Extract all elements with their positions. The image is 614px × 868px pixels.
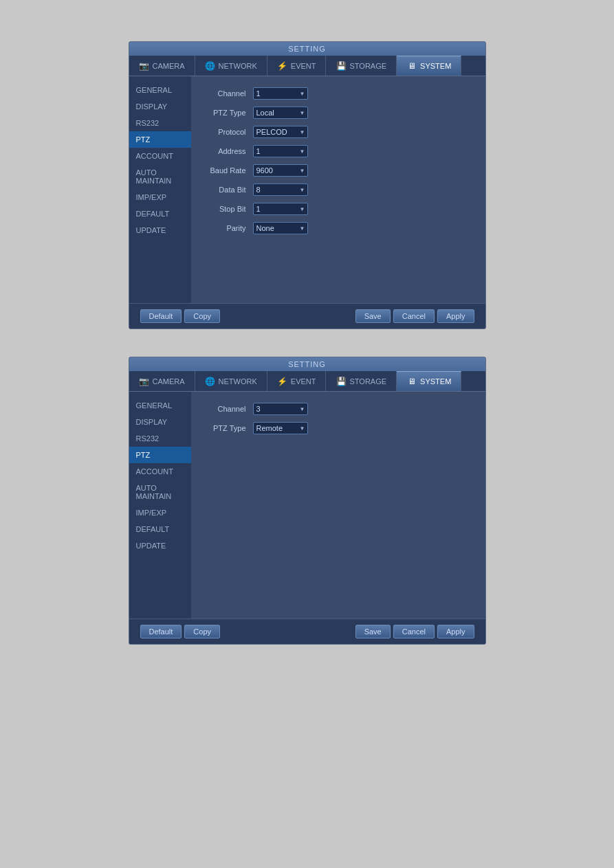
- tab-event-2[interactable]: EVENT: [267, 371, 327, 391]
- sidebar-account-2[interactable]: ACCOUNT: [129, 463, 191, 480]
- event-icon-1: [277, 60, 288, 71]
- sidebar-default-1[interactable]: DEFAULT: [129, 205, 191, 222]
- select-databit-1[interactable]: 5678: [253, 183, 308, 196]
- label-stopbit-1: Stop Bit: [205, 205, 253, 213]
- select-parity-1[interactable]: NoneOddEven: [253, 222, 308, 234]
- select-channel-1[interactable]: 1234: [253, 87, 308, 100]
- select-channel-2[interactable]: 1234: [253, 403, 308, 415]
- tab-camera-label-1: CAMERA: [153, 62, 185, 70]
- tab-storage-label-1: STORAGE: [349, 62, 386, 70]
- label-ptztype-2: PTZ Type: [205, 424, 253, 432]
- tab-network-2[interactable]: NETWORK: [195, 371, 267, 391]
- sidebar-imp-exp-2[interactable]: IMP/EXP: [129, 504, 191, 521]
- select-wrapper-stopbit-1: 12: [253, 203, 308, 215]
- tab-event-label-1: EVENT: [291, 62, 316, 70]
- cancel-button-2[interactable]: Cancel: [393, 625, 435, 638]
- camera-icon-2: [139, 376, 150, 387]
- save-button-1[interactable]: Save: [355, 309, 391, 323]
- sidebar-ptz-1[interactable]: PTZ: [129, 131, 191, 148]
- sidebar-imp-exp-1[interactable]: IMP/EXP: [129, 189, 191, 205]
- content-area-1: Channel 1234 PTZ Type LocalRemote: [191, 76, 485, 303]
- sidebar-display-1[interactable]: DISPLAY: [129, 98, 191, 115]
- select-wrapper-ptztype-2: LocalRemote: [253, 422, 308, 434]
- sidebar-auto-maintain-1[interactable]: AUTO MAINTAIN: [129, 164, 191, 189]
- form-row-baudrate-1: Baud Rate 120024004800960019200: [205, 164, 472, 177]
- select-wrapper-address-1: 123: [253, 145, 308, 157]
- label-ptztype-1: PTZ Type: [205, 109, 253, 117]
- panel-body-1: GENERAL DISPLAY RS232 PTZ ACCOUNT AUTO M…: [129, 76, 485, 303]
- apply-button-2[interactable]: Apply: [437, 625, 474, 638]
- network-icon-2: [205, 376, 216, 387]
- sidebar-display-2[interactable]: DISPLAY: [129, 414, 191, 430]
- panel1: SETTING CAMERA NETWORK EVENT STORAGE SYS…: [129, 41, 486, 329]
- sidebar-update-2[interactable]: UPDATE: [129, 537, 191, 554]
- select-protocol-1[interactable]: PELCODPELCOP: [253, 126, 308, 138]
- tab-system-label-1: SYSTEM: [420, 62, 451, 70]
- form-row-stopbit-1: Stop Bit 12: [205, 203, 472, 215]
- tab-camera-label-2: CAMERA: [153, 377, 185, 386]
- storage-icon-1: [336, 60, 347, 71]
- panel-title-2: SETTING: [129, 357, 485, 371]
- tab-storage-2[interactable]: STORAGE: [326, 371, 397, 391]
- tab-system-2[interactable]: SYSTEM: [397, 371, 461, 391]
- label-databit-1: Data Bit: [205, 186, 253, 194]
- label-protocol-1: Protocol: [205, 128, 253, 136]
- bottom-bar-2: Default Copy Save Cancel Apply: [129, 619, 485, 644]
- sidebar-update-1[interactable]: UPDATE: [129, 222, 191, 238]
- label-channel-2: Channel: [205, 405, 253, 413]
- bottom-bar-1: Default Copy Save Cancel Apply: [129, 303, 485, 329]
- default-button-1[interactable]: Default: [140, 309, 182, 323]
- label-baudrate-1: Baud Rate: [205, 166, 253, 175]
- select-baudrate-1[interactable]: 120024004800960019200: [253, 164, 308, 177]
- btn-group-right-2: Save Cancel Apply: [355, 625, 474, 638]
- form-row-ptztype-2: PTZ Type LocalRemote: [205, 422, 472, 434]
- copy-button-1[interactable]: Copy: [184, 309, 220, 323]
- cancel-button-1[interactable]: Cancel: [393, 309, 435, 323]
- tab-camera-2[interactable]: CAMERA: [129, 371, 195, 391]
- sidebar-default-2[interactable]: DEFAULT: [129, 521, 191, 537]
- form-row-address-1: Address 123: [205, 145, 472, 157]
- label-channel-1: Channel: [205, 89, 253, 98]
- select-ptztype-1[interactable]: LocalRemote: [253, 107, 308, 119]
- save-button-2[interactable]: Save: [355, 625, 391, 638]
- form-row-channel-1: Channel 1234: [205, 87, 472, 100]
- sidebar-2: GENERAL DISPLAY RS232 PTZ ACCOUNT AUTO M…: [129, 392, 191, 619]
- sidebar-ptz-2[interactable]: PTZ: [129, 447, 191, 463]
- sidebar-auto-maintain-2[interactable]: AUTO MAINTAIN: [129, 480, 191, 504]
- setting-panel-2: SETTING CAMERA NETWORK EVENT STORAGE SYS…: [129, 357, 486, 645]
- sidebar-rs232-1[interactable]: RS232: [129, 115, 191, 131]
- tab-system-1[interactable]: SYSTEM: [397, 56, 461, 76]
- event-icon-2: [277, 376, 288, 387]
- setting-panel-1: SETTING CAMERA NETWORK EVENT STORAGE SYS…: [129, 41, 486, 329]
- label-address-1: Address: [205, 147, 253, 155]
- btn-group-left-1: Default Copy: [140, 309, 221, 323]
- btn-group-left-2: Default Copy: [140, 625, 221, 638]
- tab-event-label-2: EVENT: [291, 377, 316, 386]
- select-wrapper-channel-1: 1234: [253, 87, 308, 100]
- panel2: SETTING CAMERA NETWORK EVENT STORAGE SYS…: [129, 357, 486, 645]
- form-row-databit-1: Data Bit 5678: [205, 183, 472, 196]
- tab-camera-1[interactable]: CAMERA: [129, 56, 195, 76]
- panel-title-1: SETTING: [129, 42, 485, 56]
- default-button-2[interactable]: Default: [140, 625, 182, 638]
- tab-network-1[interactable]: NETWORK: [195, 56, 267, 76]
- sidebar-account-1[interactable]: ACCOUNT: [129, 148, 191, 164]
- form-row-parity-1: Parity NoneOddEven: [205, 222, 472, 234]
- sidebar-rs232-2[interactable]: RS232: [129, 430, 191, 447]
- select-address-1[interactable]: 123: [253, 145, 308, 157]
- network-icon-1: [205, 60, 216, 71]
- select-ptztype-2[interactable]: LocalRemote: [253, 422, 308, 434]
- system-icon-1: [406, 60, 417, 71]
- select-wrapper-channel-2: 1234: [253, 403, 308, 415]
- apply-button-1[interactable]: Apply: [437, 309, 474, 323]
- copy-button-2[interactable]: Copy: [184, 625, 220, 638]
- tab-network-label-1: NETWORK: [219, 62, 257, 70]
- tab-storage-1[interactable]: STORAGE: [326, 56, 397, 76]
- select-stopbit-1[interactable]: 12: [253, 203, 308, 215]
- system-icon-2: [406, 376, 417, 387]
- select-wrapper-parity-1: NoneOddEven: [253, 222, 308, 234]
- tab-event-1[interactable]: EVENT: [267, 56, 327, 76]
- sidebar-general-2[interactable]: GENERAL: [129, 397, 191, 414]
- sidebar-general-1[interactable]: GENERAL: [129, 82, 191, 98]
- panel-body-2: GENERAL DISPLAY RS232 PTZ ACCOUNT AUTO M…: [129, 392, 485, 619]
